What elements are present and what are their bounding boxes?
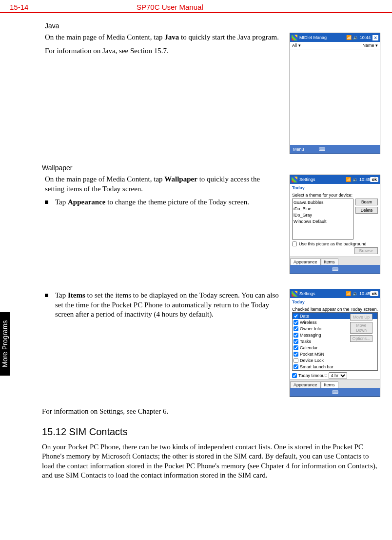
windows-flag-icon	[292, 177, 297, 182]
bullet-icon	[45, 294, 48, 297]
items-caption: Checked items appear on the Today screen…	[290, 306, 380, 312]
softkey-bar	[290, 388, 380, 397]
speaker-icon: 🔉	[353, 291, 358, 296]
wallpaper-paragraph-1: On the main page of Media Content, tap W…	[45, 175, 279, 194]
item-checkbox[interactable]	[294, 314, 298, 319]
tab-bar: Appearance Items	[290, 257, 380, 265]
item-checkbox[interactable]	[294, 333, 298, 338]
theme-caption: Select a theme for your device:	[290, 192, 380, 198]
list-item[interactable]: iDo_Blue	[294, 206, 352, 212]
theme-listbox[interactable]: Guava Bubbles iDo_Blue iDo_Gray Windows …	[292, 199, 353, 240]
wallpaper-screenshot: Settings 📶 🔉 10:45 ok Today Select a the…	[290, 175, 380, 274]
use-picture-label: Use this picture as the background	[299, 241, 367, 246]
softkey-bar	[290, 265, 380, 274]
today-items-checklist[interactable]: Move Up Move Down Options... Date Wirele…	[292, 312, 378, 371]
item-checkbox[interactable]	[294, 345, 298, 350]
delete-button[interactable]: Delete	[355, 207, 378, 214]
today-timeout-select[interactable]: 4 hr	[329, 372, 347, 379]
list-item[interactable]: Smart launch bar	[293, 363, 377, 370]
bullet-icon	[45, 200, 48, 204]
tab-items[interactable]: Items	[321, 381, 338, 388]
signal-icon: 📶	[346, 35, 352, 40]
page-header: 15-14 SP70C User Manual	[0, 0, 392, 13]
app-title: MIDlet Manag	[299, 35, 327, 40]
move-up-button: Move Up	[350, 314, 372, 320]
clock: 10:45	[359, 291, 371, 296]
titlebar: Settings 📶 🔉 10:45 ok	[290, 175, 380, 184]
item-checkbox[interactable]	[294, 320, 298, 325]
list-item[interactable]: Pocket MSN	[293, 351, 377, 357]
sort-name[interactable]: Name ▾	[362, 43, 378, 48]
java-screenshot: MIDlet Manag 📶 🔉 10:44 × All ▾ Name ▾ Me…	[290, 33, 380, 154]
doc-title: SP70C User Manual	[98, 3, 382, 11]
clock: 10:44	[360, 35, 371, 40]
windows-flag-icon	[292, 291, 297, 297]
item-checkbox[interactable]	[294, 364, 298, 369]
titlebar: Settings 📶 🔉 10:45 ok	[290, 289, 380, 298]
clock: 10:45	[359, 177, 371, 182]
keyboard-icon[interactable]	[332, 267, 338, 272]
keyboard-icon[interactable]	[332, 390, 338, 395]
items-screenshot: Settings 📶 🔉 10:45 ok Today Checked item…	[290, 289, 380, 397]
list-item[interactable]: Device Lock	[293, 357, 377, 363]
list-item[interactable]: Windows Default	[294, 219, 352, 225]
options-button: Options...	[350, 335, 372, 342]
java-paragraph-2: For information on Java, see Section 15.…	[45, 46, 279, 56]
item-checkbox[interactable]	[294, 339, 298, 344]
sim-contacts-heading: 15.12 SIM Contacts	[42, 426, 392, 438]
app-title: Settings	[299, 291, 315, 296]
items-bullet: Tap Items to set the items to be diaplay…	[45, 291, 279, 320]
browse-button: Browse	[354, 247, 378, 254]
tab-appearance[interactable]: Appearance	[290, 259, 321, 265]
sim-contacts-paragraph: On your Pocket PC Phone, there can be tw…	[42, 442, 378, 480]
keyboard-icon[interactable]	[319, 147, 325, 152]
ok-button[interactable]: ok	[370, 291, 378, 296]
beam-button[interactable]: Beam	[355, 199, 378, 205]
tab-items[interactable]: Items	[321, 259, 338, 265]
ok-button[interactable]: ok	[370, 177, 378, 182]
today-title: Today	[290, 184, 380, 192]
signal-icon: 📶	[346, 177, 351, 182]
page-number: 15-14	[10, 3, 98, 11]
use-picture-checkbox[interactable]	[292, 241, 297, 246]
java-paragraph-1: On the main page of Media Content, tap J…	[45, 33, 279, 42]
settings-reference: For information on Settings, see Chapter…	[42, 407, 378, 417]
today-timeout-label: Today timeout:	[298, 373, 327, 378]
today-timeout-checkbox[interactable]	[292, 373, 297, 378]
filter-bar: All ▾ Name ▾	[290, 42, 380, 49]
item-checkbox[interactable]	[294, 326, 298, 331]
app-title: Settings	[299, 177, 315, 182]
menu-softkey[interactable]: Menu	[293, 147, 304, 152]
item-checkbox[interactable]	[294, 352, 298, 357]
item-checkbox[interactable]	[294, 358, 298, 363]
speaker-icon: 🔉	[353, 177, 358, 182]
wallpaper-heading: Wallpaper	[42, 164, 392, 172]
softkey-bar: Menu	[290, 145, 380, 154]
wallpaper-bullet-appearance: Tap Appearance to change the theme pictu…	[45, 198, 279, 207]
titlebar: MIDlet Manag 📶 🔉 10:44 ×	[290, 33, 380, 42]
move-down-button: Move Down	[350, 322, 372, 334]
close-icon[interactable]: ×	[372, 35, 378, 40]
tab-bar: Appearance Items	[290, 380, 380, 388]
tab-appearance[interactable]: Appearance	[290, 381, 321, 388]
speaker-icon: 🔉	[353, 35, 358, 40]
today-title: Today	[290, 298, 380, 306]
list-item[interactable]: iDo_Gray	[294, 212, 352, 219]
list-item[interactable]: Guava Bubbles	[294, 200, 352, 206]
signal-icon: 📶	[346, 291, 351, 296]
windows-flag-icon	[292, 35, 297, 40]
java-heading: Java	[45, 22, 392, 30]
list-item[interactable]: Calendar	[293, 344, 377, 351]
filter-all[interactable]: All ▾	[292, 43, 301, 48]
